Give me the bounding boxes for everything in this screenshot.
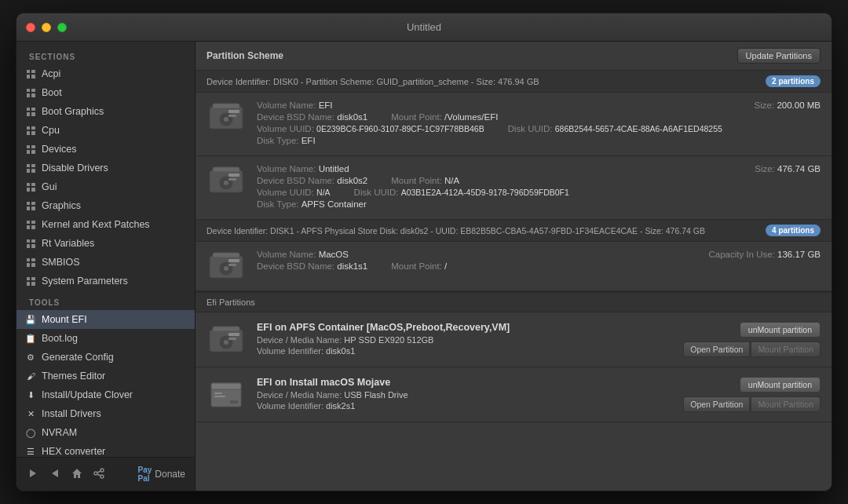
maximize-button[interactable] (57, 23, 67, 32)
disk-type-2: Disk Type: APFS Container (257, 199, 367, 209)
svg-rect-9 (213, 104, 239, 108)
disk0-header: Device Identifier: DISK0 - Partition Sch… (196, 71, 832, 93)
unmount-button-0[interactable]: unMount partition (740, 322, 821, 338)
grid-icon (24, 124, 37, 137)
svg-marker-0 (30, 469, 36, 477)
disk1-header: Device Identifier: DISK1 - APFS Physical… (196, 220, 832, 242)
svg-rect-21 (213, 253, 239, 257)
efi-actions-1: unMount partition Open Partition Mount P… (683, 377, 821, 412)
volume-name: Volume Name: Untitled (257, 164, 349, 173)
disk-icon: 💾 (24, 313, 37, 326)
download-icon: ⬇ (24, 389, 37, 401)
sidebar-item-smbios[interactable]: SMBIOS (16, 253, 195, 272)
hex-icon: ☰ (24, 445, 37, 457)
svg-point-17 (224, 181, 228, 185)
svg-rect-31 (228, 338, 236, 340)
main-panel: Partition Scheme Update Partitions Devic… (196, 42, 832, 491)
disk1-partition-0: Volume Name: MacOS Capacity In Use: 136.… (196, 242, 832, 291)
sidebar-item-boot[interactable]: Boot (16, 83, 195, 102)
home-icon[interactable] (70, 466, 84, 483)
brush-icon: 🖌 (24, 370, 37, 382)
donate-button[interactable]: PayPal Donate (138, 466, 186, 483)
sidebar-item-devices[interactable]: Devices (16, 140, 195, 159)
sidebar-item-acpi[interactable]: Acpi (16, 64, 195, 83)
disk-thumbnail (207, 164, 246, 197)
svg-rect-34 (214, 393, 222, 394)
svg-line-7 (97, 474, 101, 476)
traffic-lights (26, 23, 67, 32)
unmount-button-1[interactable]: unMount partition (740, 377, 821, 393)
svg-point-23 (224, 266, 228, 271)
efi-volume-1: Volume Identifier: disk2s1 (257, 401, 683, 411)
svg-rect-27 (213, 327, 239, 331)
sidebar-scroll: SECTIONS Acpi Boot Boot Graphics Cpu (16, 42, 195, 457)
sidebar-item-system-parameters[interactable]: System Parameters (16, 272, 195, 290)
tool-nvram[interactable]: ◯ NVRAM (16, 423, 195, 442)
svg-rect-25 (228, 264, 236, 266)
arrow-right-icon[interactable] (26, 466, 40, 483)
efi-actions-0: unMount partition Open Partition Mount P… (683, 322, 821, 357)
partition-info: Volume Name: MacOS Capacity In Use: 136.… (257, 250, 821, 273)
volume-uuid: Volume UUID: 0E239BC6-F960-3107-89CF-1C9… (257, 124, 484, 133)
sidebar-item-kernel-kext[interactable]: Kernel and Kext Patches (16, 215, 195, 234)
disk-uuid: Disk UUID: 686B2544-5657-4CAE-88A6-A6AF1… (508, 124, 722, 133)
tools-header: TOOLS (16, 290, 195, 310)
config-icon: ⚙ (24, 351, 37, 363)
efi-info-1: EFI on Install macOS Mojave Device / Med… (257, 377, 683, 412)
svg-point-11 (224, 117, 228, 122)
grid-icon (24, 275, 37, 287)
open-partition-button-0[interactable]: Open Partition (683, 341, 750, 357)
open-partition-button-1[interactable]: Open Partition (683, 396, 750, 412)
svg-rect-13 (228, 115, 236, 117)
disk0-partitions-badge: 2 partitions (766, 75, 821, 87)
grid-icon (24, 237, 37, 250)
disk-thumbnail (207, 100, 246, 133)
disk-type: Disk Type: EFI (257, 136, 316, 145)
svg-line-6 (97, 471, 101, 473)
tool-generate-config[interactable]: ⚙ Generate Config (16, 348, 195, 367)
grid-icon (24, 68, 37, 80)
doc-icon: 📋 (24, 332, 37, 345)
svg-marker-2 (72, 469, 82, 478)
sections-header: SECTIONS (16, 48, 195, 64)
disk-uuid-2: Disk UUID: A03B1E2A-412A-45D9-9178-796D5… (354, 188, 569, 197)
efi-media-0: Device / Media Name: HP SSD EX920 512GB (257, 335, 683, 345)
close-button[interactable] (26, 23, 35, 32)
grid-icon (24, 162, 37, 174)
partition-buttons-0: Open Partition Mount Partition (683, 341, 821, 357)
sidebar-item-cpu[interactable]: Cpu (16, 121, 195, 140)
share-icon[interactable] (92, 466, 106, 483)
capacity-in-use: Capacity In Use: 136.17 GB (708, 250, 821, 259)
circle-icon: ◯ (24, 426, 37, 439)
sidebar-item-disable-drivers[interactable]: Disable Drivers (16, 159, 195, 177)
partition-info: Volume Name: EFI Size: 200.00 MB (257, 100, 821, 148)
svg-rect-19 (228, 178, 236, 181)
arrow-left-icon[interactable] (48, 466, 62, 483)
mount-point-d1: Mount Point: / (391, 261, 447, 271)
partition-scheme-title: Partition Scheme (207, 50, 283, 61)
tool-themes-editor[interactable]: 🖌 Themes Editor (16, 367, 195, 385)
sidebar-item-rt-variables[interactable]: Rt Variables (16, 234, 195, 253)
efi-info-0: EFI on APFS Container [MacOS,Preboot,Rec… (257, 322, 683, 357)
sidebar-item-boot-graphics[interactable]: Boot Graphics (16, 102, 195, 121)
cross-icon: ✕ (24, 407, 37, 420)
tool-install-clover[interactable]: ⬇ Install/Update Clover (16, 385, 195, 404)
tool-hex-converter[interactable]: ☰ HEX converter (16, 442, 195, 457)
sidebar-item-gui[interactable]: Gui (16, 177, 195, 196)
mount-partition-button-0[interactable]: Mount Partition (751, 341, 821, 357)
update-partitions-button[interactable]: Update Partitions (737, 48, 821, 64)
tool-boot-log[interactable]: 📋 Boot.log (16, 329, 195, 348)
bsd-name-d1: Device BSD Name: disk1s1 (257, 261, 367, 271)
efi-partitions-header: Efi Partitions (196, 291, 832, 312)
grid-icon (24, 86, 37, 99)
mount-partition-button-1[interactable]: Mount Partition (751, 396, 821, 412)
tool-install-drivers[interactable]: ✕ Install Drivers (16, 404, 195, 423)
svg-rect-36 (230, 400, 238, 404)
svg-rect-12 (228, 110, 239, 113)
sidebar-item-graphics[interactable]: Graphics (16, 196, 195, 215)
minimize-button[interactable] (42, 23, 51, 32)
svg-rect-24 (228, 259, 239, 262)
volume-name-d1: Volume Name: MacOS (257, 250, 349, 259)
paypal-icon: PayPal (138, 466, 152, 483)
tool-mount-efi[interactable]: 💾 Mount EFI (16, 310, 195, 329)
